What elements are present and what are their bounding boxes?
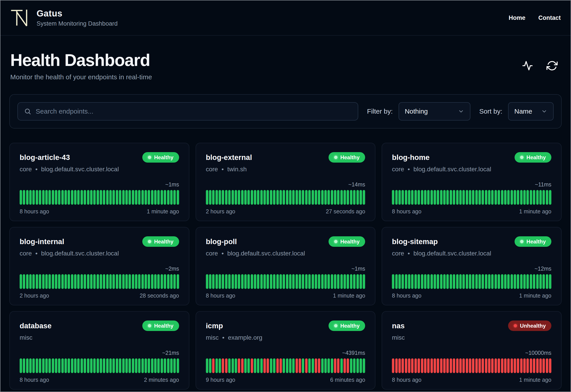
history-bar[interactable] — [421, 190, 423, 205]
history-bar[interactable] — [472, 358, 474, 373]
history-bar[interactable] — [491, 358, 494, 373]
history-bar[interactable] — [276, 274, 279, 289]
history-bar[interactable] — [58, 274, 60, 289]
history-bar[interactable] — [212, 358, 215, 373]
history-bar[interactable] — [501, 190, 503, 205]
history-bar[interactable] — [318, 190, 320, 205]
history-bar[interactable] — [132, 190, 134, 205]
history-bar[interactable] — [84, 190, 86, 205]
history-bar[interactable] — [235, 274, 237, 289]
history-bar[interactable] — [154, 190, 157, 205]
history-bar[interactable] — [536, 274, 539, 289]
history-bar[interactable] — [244, 358, 247, 373]
history-bar[interactable] — [431, 190, 433, 205]
history-bar[interactable] — [148, 274, 150, 289]
history-bar[interactable] — [212, 274, 215, 289]
history-bar[interactable] — [446, 358, 449, 373]
history-bar[interactable] — [414, 190, 417, 205]
history-bar[interactable] — [289, 274, 291, 289]
history-bar[interactable] — [151, 358, 153, 373]
history-bar[interactable] — [100, 274, 102, 289]
history-bar[interactable] — [68, 190, 70, 205]
history-bar[interactable] — [331, 190, 333, 205]
history-bar[interactable] — [42, 358, 45, 373]
history-bar[interactable] — [523, 274, 526, 289]
history-bar[interactable] — [308, 274, 311, 289]
history-bar[interactable] — [549, 274, 551, 289]
history-bar[interactable] — [132, 274, 134, 289]
history-bar[interactable] — [219, 190, 221, 205]
history-bar[interactable] — [491, 274, 494, 289]
history-bar[interactable] — [353, 274, 356, 289]
uptime-history[interactable] — [20, 190, 179, 205]
history-bar[interactable] — [128, 274, 131, 289]
history-bar[interactable] — [106, 358, 109, 373]
history-bar[interactable] — [93, 190, 96, 205]
history-bar[interactable] — [154, 274, 157, 289]
history-bar[interactable] — [411, 358, 414, 373]
history-bar[interactable] — [395, 358, 398, 373]
history-bar[interactable] — [511, 190, 513, 205]
history-bar[interactable] — [312, 274, 314, 289]
history-bar[interactable] — [344, 274, 346, 289]
history-bar[interactable] — [209, 358, 211, 373]
history-bar[interactable] — [485, 358, 487, 373]
history-bar[interactable] — [523, 190, 526, 205]
history-bar[interactable] — [536, 190, 539, 205]
history-bar[interactable] — [520, 190, 523, 205]
filter-select[interactable]: Nothing — [399, 102, 470, 121]
history-bar[interactable] — [334, 190, 336, 205]
history-bar[interactable] — [244, 274, 247, 289]
history-bar[interactable] — [84, 274, 86, 289]
history-bar[interactable] — [254, 274, 256, 289]
history-bar[interactable] — [312, 358, 314, 373]
history-bar[interactable] — [331, 358, 333, 373]
history-bar[interactable] — [546, 190, 548, 205]
history-bar[interactable] — [215, 274, 218, 289]
history-bar[interactable] — [135, 190, 137, 205]
history-bar[interactable] — [424, 190, 426, 205]
history-bar[interactable] — [100, 358, 102, 373]
history-bar[interactable] — [20, 274, 22, 289]
history-bar[interactable] — [431, 274, 433, 289]
history-bar[interactable] — [440, 274, 443, 289]
uptime-history[interactable] — [392, 358, 551, 373]
history-bar[interactable] — [125, 274, 128, 289]
history-bar[interactable] — [52, 190, 54, 205]
history-bar[interactable] — [71, 274, 73, 289]
history-bar[interactable] — [26, 358, 29, 373]
history-bar[interactable] — [231, 358, 234, 373]
history-bar[interactable] — [212, 190, 215, 205]
history-bar[interactable] — [459, 358, 462, 373]
history-bar[interactable] — [546, 274, 548, 289]
history-bar[interactable] — [164, 190, 166, 205]
history-bar[interactable] — [405, 190, 407, 205]
history-bar[interactable] — [170, 190, 173, 205]
history-bar[interactable] — [103, 358, 105, 373]
history-bar[interactable] — [148, 358, 150, 373]
history-bar[interactable] — [48, 274, 51, 289]
nav-link-home[interactable]: Home — [509, 14, 525, 21]
history-bar[interactable] — [507, 274, 510, 289]
history-bar[interactable] — [247, 274, 250, 289]
history-bar[interactable] — [340, 190, 343, 205]
history-bar[interactable] — [324, 358, 327, 373]
history-bar[interactable] — [289, 358, 291, 373]
history-bar[interactable] — [157, 190, 160, 205]
history-bar[interactable] — [26, 274, 29, 289]
history-bar[interactable] — [251, 190, 253, 205]
history-bar[interactable] — [443, 190, 446, 205]
history-bar[interactable] — [39, 190, 41, 205]
history-bar[interactable] — [517, 190, 519, 205]
history-bar[interactable] — [87, 358, 90, 373]
history-bar[interactable] — [462, 358, 465, 373]
history-bar[interactable] — [318, 358, 320, 373]
history-bar[interactable] — [344, 358, 346, 373]
history-bar[interactable] — [112, 190, 115, 205]
history-bar[interactable] — [475, 190, 478, 205]
history-bar[interactable] — [481, 190, 484, 205]
history-bar[interactable] — [456, 274, 459, 289]
history-bar[interactable] — [222, 274, 224, 289]
history-bar[interactable] — [32, 190, 35, 205]
history-bar[interactable] — [312, 190, 314, 205]
